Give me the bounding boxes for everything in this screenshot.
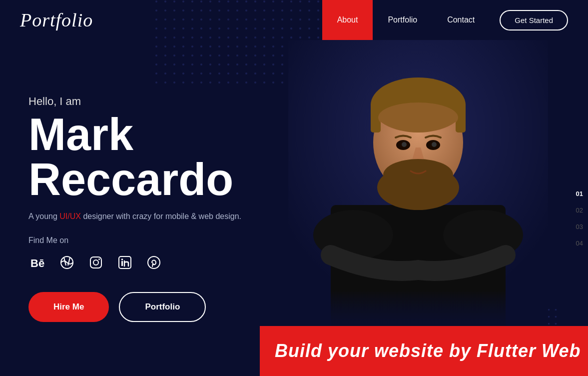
nav-about[interactable]: About <box>322 0 373 40</box>
portfolio-button[interactable]: Portfolio <box>119 292 206 322</box>
dribbble-icon[interactable] <box>57 253 76 272</box>
first-name: Mark <box>28 112 241 157</box>
description-pre: A young <box>28 212 59 220</box>
svg-point-7 <box>93 260 98 265</box>
hero-section: Hello, I am Mark Reccardo A young UI/UX … <box>28 95 241 322</box>
pinterest-icon[interactable] <box>144 253 163 272</box>
find-me-label: Find Me on <box>28 236 241 245</box>
svg-point-11 <box>121 258 123 260</box>
description: A young UI/UX designer with crazy for mo… <box>28 212 241 221</box>
greeting-text: Hello, I am <box>28 95 241 108</box>
svg-point-21 <box>378 102 458 132</box>
svg-point-25 <box>432 142 437 147</box>
svg-point-12 <box>148 256 160 268</box>
site-logo[interactable]: Portfolio <box>20 9 93 31</box>
last-name: Reccardo <box>28 157 241 202</box>
description-post: designer with crazy for mobile & web des… <box>81 212 241 220</box>
svg-rect-10 <box>121 261 123 266</box>
hire-me-button[interactable]: Hire Me <box>28 292 109 322</box>
linkedin-icon[interactable] <box>115 253 134 272</box>
action-buttons: Hire Me Portfolio <box>28 292 241 322</box>
instagram-icon[interactable] <box>86 253 105 272</box>
behance-icon[interactable]: Bē <box>28 253 47 272</box>
bottom-banner: Build your website by Flutter Web <box>260 326 588 376</box>
side-num-1[interactable]: 01 <box>576 190 583 198</box>
side-num-3[interactable]: 03 <box>576 223 583 230</box>
svg-rect-6 <box>90 257 101 268</box>
social-icons: Bē <box>28 253 241 272</box>
description-highlight: UI/UX <box>59 212 81 220</box>
nav-contact[interactable]: Contact <box>432 0 490 40</box>
banner-text: Build your website by Flutter Web <box>275 340 581 362</box>
person-image <box>288 40 548 340</box>
get-started-button[interactable]: Get Started <box>500 10 568 30</box>
side-num-2[interactable]: 02 <box>576 206 583 214</box>
side-navigation: 01 02 03 04 <box>576 190 583 247</box>
svg-point-27 <box>383 159 453 191</box>
side-num-4[interactable]: 04 <box>576 240 583 247</box>
navbar: Portfolio About Portfolio Contact Get St… <box>0 0 588 40</box>
svg-point-8 <box>98 258 100 260</box>
nav-portfolio[interactable]: Portfolio <box>373 0 432 40</box>
nav-links: About Portfolio Contact Get Started <box>322 0 568 40</box>
svg-point-24 <box>402 142 407 147</box>
svg-text:Bē: Bē <box>30 257 44 270</box>
